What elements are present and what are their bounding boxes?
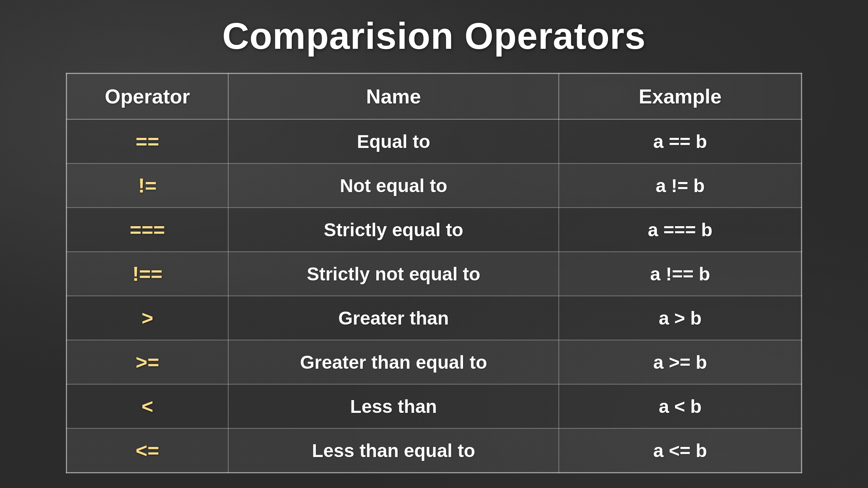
- table-row: ==Equal toa == b: [67, 119, 802, 163]
- example-cell: a === b: [559, 208, 801, 252]
- example-cell: a != b: [559, 163, 801, 208]
- operator-cell: >: [67, 296, 228, 340]
- example-cell: a > b: [559, 296, 801, 340]
- table-row: <Less thana < b: [67, 384, 802, 428]
- operator-cell: !=: [67, 163, 228, 208]
- table-row: !=Not equal toa != b: [67, 163, 802, 208]
- name-cell: Strictly not equal to: [228, 252, 559, 296]
- header-operator: Operator: [67, 74, 228, 120]
- example-cell: a == b: [559, 119, 801, 163]
- operator-cell: ==: [67, 119, 228, 163]
- name-cell: Less than equal to: [228, 428, 559, 473]
- name-cell: Greater than: [228, 296, 559, 340]
- table-row: >=Greater than equal toa >= b: [67, 340, 802, 384]
- example-cell: a <= b: [559, 428, 801, 473]
- example-cell: a >= b: [559, 340, 801, 384]
- name-cell: Equal to: [228, 119, 559, 163]
- operator-cell: >=: [67, 340, 228, 384]
- operators-table: Operator Name Example ==Equal toa == b!=…: [66, 73, 802, 473]
- table-row: <=Less than equal toa <= b: [67, 428, 802, 473]
- table-row: >Greater thana > b: [67, 296, 802, 340]
- example-cell: a < b: [559, 384, 801, 428]
- header-name: Name: [228, 74, 559, 120]
- name-cell: Not equal to: [228, 163, 559, 208]
- name-cell: Greater than equal to: [228, 340, 559, 384]
- name-cell: Less than: [228, 384, 559, 428]
- table-container: Operator Name Example ==Equal toa == b!=…: [66, 73, 802, 473]
- operator-cell: <=: [67, 428, 228, 473]
- table-row: !==Strictly not equal toa !== b: [67, 252, 802, 296]
- table-header-row: Operator Name Example: [67, 74, 802, 120]
- example-cell: a !== b: [559, 252, 801, 296]
- name-cell: Strictly equal to: [228, 208, 559, 252]
- page-title: Comparision Operators: [222, 15, 646, 57]
- table-row: ===Strictly equal toa === b: [67, 208, 802, 252]
- operator-cell: ===: [67, 208, 228, 252]
- operator-cell: !==: [67, 252, 228, 296]
- header-example: Example: [559, 74, 801, 120]
- operator-cell: <: [67, 384, 228, 428]
